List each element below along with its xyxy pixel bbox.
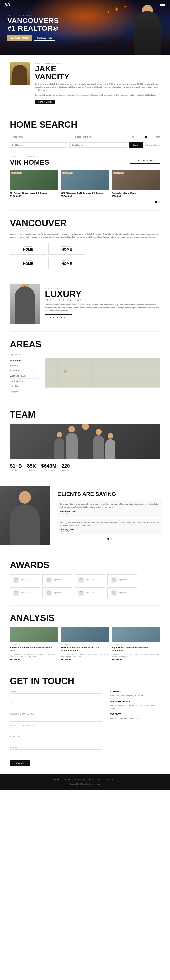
footer-link-about[interactable]: ABOUT	[63, 779, 70, 781]
advanced-search-link[interactable]: Advance Search	[145, 144, 160, 146]
hamburger-menu[interactable]	[160, 3, 165, 6]
agent-name: JAKE VANCITY	[35, 65, 160, 81]
name-input[interactable]	[10, 693, 103, 699]
team-member-4	[93, 429, 104, 459]
team-body-5	[106, 439, 115, 459]
analysis-article-title-1: How to Actually Buy a Vancouver Home 202…	[10, 646, 58, 652]
site-logo[interactable]: VA	[5, 3, 10, 7]
team-stat-awards: 220 Awards	[61, 463, 70, 471]
subject-label: SUBJECT	[10, 746, 103, 749]
client-name-1: Vancouver Client	[60, 510, 160, 512]
contact-form: NAME EMAIL SELECT YOUR AREA Vancouver Bu…	[10, 690, 103, 766]
carousel-nav	[10, 201, 160, 203]
area-item-burnaby[interactable]: Burnaby	[10, 363, 40, 368]
team-stat-revenue: $643M Revenue	[41, 463, 56, 471]
submit-button[interactable]: SUBMIT	[10, 760, 30, 766]
price-max: $5M	[156, 136, 160, 138]
budget-label: YOUR BUGETS?	[10, 735, 103, 738]
team-photo	[10, 424, 160, 459]
footer-link-blog[interactable]: BLOG	[98, 779, 103, 781]
agent-bio-section: MEET YOUR AGENT JAKE VANCITY Jake Vancit…	[0, 55, 170, 112]
nav-dot-1[interactable]	[155, 201, 157, 203]
award-icon-4	[111, 577, 117, 582]
area-select[interactable]: Vancouver Burnaby Richmond	[10, 716, 103, 722]
house-type-input[interactable]	[71, 134, 130, 140]
agent-body	[134, 11, 161, 55]
budget-input[interactable]	[10, 738, 103, 744]
award-name-1: logoscom	[21, 579, 29, 581]
clients-person-body	[10, 505, 40, 545]
award-item-1: logoscom	[10, 574, 40, 585]
award-name-8: logoscom	[118, 592, 127, 594]
home-type-value-1: HOME	[13, 248, 43, 251]
home-card-img-3: FOR SALE	[112, 170, 160, 190]
vancouver-title: VANCOUVER	[10, 218, 160, 229]
areas-content: Vancouver Burnaby Richmond West Vancouve…	[10, 358, 160, 395]
home-type-4[interactable]: FOR SALE HOME	[48, 257, 85, 269]
area-item-west-vancouver[interactable]: West Vancouver	[10, 374, 40, 379]
looking-input[interactable]	[10, 727, 103, 733]
area-item-langley[interactable]: Langley	[10, 389, 40, 395]
clients-dot-1[interactable]	[107, 538, 109, 540]
area-item-coquitlam[interactable]: Coquitlam	[10, 384, 40, 389]
team-member-3	[79, 424, 92, 459]
awards-title: AWARDS	[10, 560, 160, 570]
search-button[interactable]: Search	[129, 142, 143, 148]
analysis-link-2[interactable]: READ MORE	[61, 659, 109, 660]
areas-label: Popular Areas	[10, 353, 160, 356]
analysis-desc-2: Strategic improvements and staging can s…	[61, 653, 109, 658]
footer-link-team[interactable]: TEAM	[89, 779, 95, 781]
featured-title: VIK HOMES	[10, 158, 49, 166]
address-section: ADDRESS 123 Robson Street Vancouver, BC …	[110, 690, 160, 697]
home-type-3[interactable]: FOR SALE HOME	[10, 257, 47, 269]
footer-nav: HOME ABOUT PROPERTIES TEAM BLOG CONTACT	[10, 779, 160, 781]
address-text: 123 Robson Street Vancouver, BC V6B 2A9	[110, 694, 160, 697]
view-all-button[interactable]: VIEW ALL PROPERTIES	[130, 158, 160, 164]
contact-me-button[interactable]: CONTACT ME	[34, 35, 55, 41]
award-name-5: logoscom	[21, 592, 29, 594]
nav-dot-2[interactable]	[158, 201, 160, 203]
menu-line-2	[160, 4, 165, 5]
luxury-content: FEATURED LISTING LUXURY REAL ESTATE AGEN…	[45, 288, 160, 320]
area-city-input[interactable]	[10, 134, 69, 140]
team-stat-value-clients: 85K	[27, 463, 36, 469]
home-type-1[interactable]: FOR SALE HOME	[10, 242, 47, 255]
area-item-north-vancouver[interactable]: North Vancouver	[10, 379, 40, 384]
team-stat-value-revenue: $643M	[41, 463, 56, 469]
looking-field: WHAT YOU LOOK FOR?	[10, 724, 103, 733]
luxury-details-button[interactable]: GET MORE DETAILS	[45, 314, 72, 320]
price-slider[interactable]	[135, 137, 155, 137]
footer-link-contact[interactable]: CONTACT	[106, 779, 116, 781]
subject-input[interactable]	[10, 749, 103, 755]
hours-text: Mon - Fri: 9:00AM - 6:00PM Sat: 10:00AM …	[110, 704, 160, 710]
award-icon-7	[78, 590, 84, 595]
area-item-vancouver[interactable]: Vancouver	[10, 358, 40, 363]
svg-rect-10	[47, 578, 51, 582]
featured-section: FEATURED PROPERTIES VIK HOMES VIEW ALL P…	[0, 155, 170, 210]
client-text-2: Working with Jake was an absolute pleasu…	[60, 521, 160, 527]
home-type-2[interactable]: FOR SALE HOME	[48, 242, 85, 255]
home-type-value-4: HOME	[52, 262, 82, 266]
footer-link-properties[interactable]: PROPERTIES	[73, 779, 86, 781]
svg-rect-8	[14, 578, 18, 582]
analysis-link-3[interactable]: READ MORE	[112, 659, 160, 660]
budget-field: YOUR BUGETS?	[10, 735, 103, 744]
clients-dot-2[interactable]	[111, 538, 112, 540]
search-row-1: $0 $5M	[10, 134, 160, 140]
footer-link-home[interactable]: HOME	[54, 779, 60, 781]
hero-text: Vancouver Home 2021 VANCOUVERS #1 REALTO…	[0, 9, 125, 46]
luxury-subtitle: REAL ESTATE AGENCY	[45, 299, 160, 301]
analysis-link-1[interactable]: READ MORE	[10, 659, 58, 660]
agent-learn-more-button[interactable]: LEARN MORE	[35, 100, 55, 104]
team-stat-label-revenue: Revenue	[41, 469, 56, 471]
search-homes-button[interactable]: SEARCH HOMES	[8, 35, 32, 41]
areas-title: AREAS	[10, 339, 160, 350]
area-item-richmond[interactable]: Richmond	[10, 368, 40, 374]
area-field: SELECT YOUR AREA Vancouver Burnaby Richm…	[10, 713, 103, 722]
bathrooms-input[interactable]	[69, 142, 127, 148]
bedrooms-input[interactable]	[10, 142, 67, 148]
email-input[interactable]	[10, 705, 103, 710]
team-stat-value-sales: $1+B	[10, 463, 22, 469]
clients-person-head	[19, 491, 31, 504]
team-body-3	[79, 430, 92, 459]
